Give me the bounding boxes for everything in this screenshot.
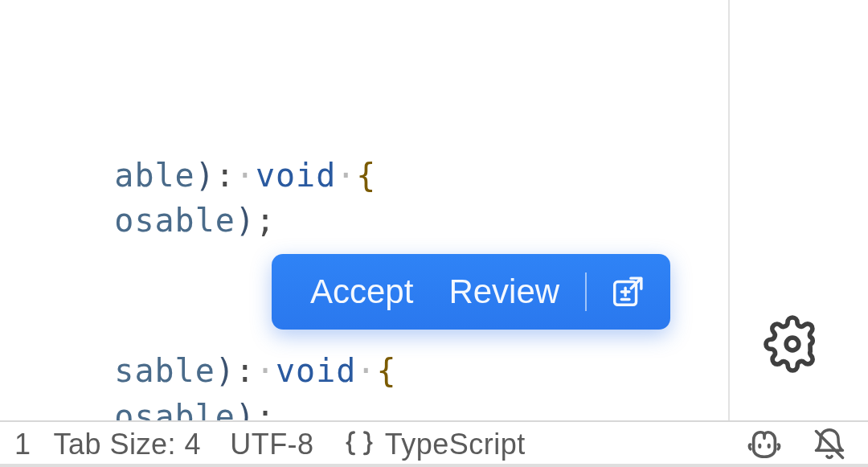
status-bar: 1 Tab Size: 4 UTF-8 TypeScript — [0, 420, 868, 467]
status-language-value: TypeScript — [385, 428, 526, 461]
diff-new-window-icon — [609, 273, 646, 310]
gear-icon — [764, 362, 821, 375]
inline-suggestion-toolbar: Accept Review — [272, 254, 670, 330]
accept-label: Accept — [310, 272, 413, 311]
paren-close: ) — [235, 202, 256, 239]
status-encoding-button[interactable]: UTF-8 — [215, 422, 329, 467]
toolbar-divider — [585, 272, 587, 311]
copilot-status-button[interactable] — [731, 422, 797, 467]
settings-button[interactable] — [764, 315, 821, 376]
open-diff-button[interactable] — [604, 254, 651, 330]
keyword-void: void — [276, 352, 356, 389]
svg-point-7 — [768, 444, 771, 449]
bell-slash-icon — [812, 427, 847, 462]
ruler-line — [728, 0, 730, 420]
notifications-button[interactable] — [797, 422, 862, 467]
accept-button[interactable]: Accept — [299, 254, 424, 330]
whitespace-dot: · — [336, 157, 356, 194]
bottom-hairline — [0, 464, 868, 467]
braces-icon — [343, 428, 375, 461]
copilot-icon — [746, 428, 783, 461]
status-column-button[interactable]: 1 — [6, 422, 39, 467]
editor-area[interactable]: able):·void·{ osable); sable):·void·{ os… — [0, 0, 868, 420]
status-tab-size-value: Tab Size: 4 — [54, 428, 202, 461]
svg-point-6 — [758, 444, 761, 449]
status-column-value: 1 — [14, 428, 31, 461]
identifier: osable — [114, 202, 235, 239]
semicolon: ; — [256, 202, 276, 239]
code-line: osable); — [34, 167, 276, 273]
status-tab-size-button[interactable]: Tab Size: 4 — [39, 422, 216, 467]
review-label: Review — [448, 272, 559, 311]
status-language-button[interactable]: TypeScript — [329, 422, 540, 467]
brace-open: { — [356, 157, 376, 194]
status-encoding-value: UTF-8 — [230, 428, 314, 461]
review-button[interactable]: Review — [437, 254, 571, 330]
svg-point-5 — [786, 338, 799, 350]
whitespace-dot: · — [356, 352, 376, 389]
brace-open: { — [376, 352, 396, 389]
